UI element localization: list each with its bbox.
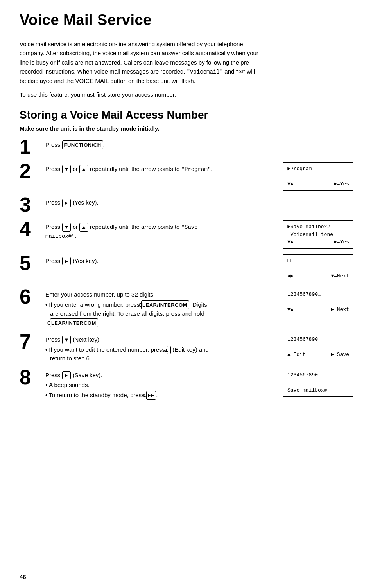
step-8-display: 1234567890 Save mailbox# bbox=[283, 369, 353, 397]
up-key-7: ▲ bbox=[167, 346, 171, 354]
step-4-left: 4 Press ▼ or ▲ repeatedly until the arro… bbox=[20, 220, 279, 241]
display-4-yes: ►=Yes bbox=[334, 238, 349, 246]
step-4: 4 Press ▼ or ▲ repeatedly until the arro… bbox=[20, 220, 353, 249]
right-key-3: ► bbox=[62, 199, 71, 207]
envelope-icon: ✉ bbox=[238, 68, 243, 75]
display-8-line2 bbox=[287, 379, 349, 387]
step-4-content: Press ▼ or ▲ repeatedly until the arrow … bbox=[45, 220, 213, 241]
display-2-line1: ►Program bbox=[287, 165, 349, 173]
step-8-bullet-2: To return to the standby mode, press OFF… bbox=[45, 391, 213, 400]
step-8: 8 Press ► (Save key). A beep sounds. To … bbox=[20, 369, 353, 400]
display-6-line1: 1234567890□ bbox=[287, 291, 349, 298]
standby-note: Make sure the unit is in the standby mod… bbox=[20, 125, 353, 132]
display-6-line3: ▼▲ ►=Next bbox=[287, 306, 349, 314]
access-note: To use this feature, you must first stor… bbox=[20, 91, 353, 98]
step-2: 2 Press ▼ or ▲ repeatedly until the arro… bbox=[20, 162, 353, 191]
step-number-5: 5 bbox=[20, 253, 40, 273]
page-number: 46 bbox=[20, 574, 26, 580]
step-6: 6 Enter your access number, up to 32 dig… bbox=[20, 288, 353, 327]
up-key-2: ▲ bbox=[79, 165, 88, 174]
down-key-7: ▼ bbox=[62, 336, 71, 344]
right-key-8: ► bbox=[62, 371, 71, 380]
step-number-4: 4 bbox=[20, 219, 40, 239]
display-5-line2 bbox=[287, 264, 349, 272]
step-8-left: 8 Press ► (Save key). A beep sounds. To … bbox=[20, 369, 279, 400]
display-6-line2 bbox=[287, 298, 349, 306]
step-7-bullet-1: If you want to edit the entered number, … bbox=[45, 345, 213, 363]
display-8-line3: Save mailbox# bbox=[287, 387, 349, 394]
display-8: 1234567890 Save mailbox# bbox=[283, 369, 353, 397]
step-8-content: Press ► (Save key). A beep sounds. To re… bbox=[45, 369, 213, 400]
display-5: □ ◀▶ ▼=Next bbox=[283, 254, 353, 283]
display-4-arrows: ▼▲ bbox=[287, 238, 294, 246]
step-5-display: □ ◀▶ ▼=Next bbox=[283, 254, 353, 283]
step-6-left: 6 Enter your access number, up to 32 dig… bbox=[20, 288, 279, 327]
step-number-6: 6 bbox=[20, 286, 40, 307]
display-5-next: ▼=Next bbox=[331, 272, 349, 280]
display-7-edit: ▲=Edit bbox=[287, 351, 306, 359]
voicemail-text: "Voicemail" bbox=[187, 69, 223, 75]
intro-paragraph: Voice mail service is an electronic on-l… bbox=[20, 40, 262, 86]
step-5-left: 5 Press ► (Yes key). bbox=[20, 254, 279, 273]
step-6-content: Enter your access number, up to 32 digit… bbox=[45, 288, 213, 327]
display-2: ►Program ▼▲ ►=Yes bbox=[283, 162, 353, 191]
step-6-display: 1234567890□ ▼▲ ►=Next bbox=[283, 288, 353, 316]
display-7-line3: ▲=Edit ►=Save bbox=[287, 351, 349, 359]
display-5-line1: □ bbox=[287, 257, 349, 265]
right-key-5: ► bbox=[62, 257, 71, 266]
display-2-line2 bbox=[287, 173, 349, 180]
display-4-line1: ►Save mailbox# bbox=[287, 223, 349, 231]
step-4-display: ►Save mailbox# Voicemail tone ▼▲ ►=Yes bbox=[283, 220, 353, 249]
step-7: 7 Press ▼ (Next key). If you want to edi… bbox=[20, 333, 353, 363]
step-5: 5 Press ► (Yes key). □ ◀▶ ▼=Next bbox=[20, 254, 353, 283]
title-divider bbox=[20, 32, 353, 32]
step-number-3: 3 bbox=[20, 194, 40, 215]
display-5-line3: ◀▶ ▼=Next bbox=[287, 272, 349, 280]
down-key-2: ▼ bbox=[62, 165, 71, 174]
step-2-display: ►Program ▼▲ ►=Yes bbox=[283, 162, 353, 191]
display-7: 1234567890 ▲=Edit ►=Save bbox=[283, 333, 353, 361]
step-number-7: 7 bbox=[20, 331, 40, 352]
step-7-left: 7 Press ▼ (Next key). If you want to edi… bbox=[20, 333, 279, 363]
display-6: 1234567890□ ▼▲ ►=Next bbox=[283, 288, 353, 316]
step-7-content: Press ▼ (Next key). If you want to edit … bbox=[45, 333, 213, 363]
page-title: Voice Mail Service bbox=[20, 12, 353, 29]
step-2-left: 2 Press ▼ or ▲ repeatedly until the arro… bbox=[20, 162, 279, 181]
display-6-next: ►=Next bbox=[331, 306, 349, 314]
step-7-display: 1234567890 ▲=Edit ►=Save bbox=[283, 333, 353, 361]
clear-intercom-key-6b: CLEAR/INTERCOM bbox=[50, 318, 98, 328]
step-6-bullet-1: If you enter a wrong number, press CLEAR… bbox=[45, 300, 213, 328]
step-8-bullet-1: A beep sounds. bbox=[45, 381, 213, 390]
step-number-2: 2 bbox=[20, 161, 40, 181]
function-ch-key: FUNCTION/CH bbox=[62, 140, 103, 150]
display-6-arrows: ▼▲ bbox=[287, 306, 294, 314]
display-7-line2 bbox=[287, 343, 349, 351]
program-text: "Program" bbox=[181, 166, 211, 173]
display-2-line3: ▼▲ ►=Yes bbox=[287, 180, 349, 188]
step-number-8: 8 bbox=[20, 367, 40, 387]
display-4-line2: Voicemail tone bbox=[287, 231, 349, 239]
up-key-4: ▲ bbox=[79, 223, 88, 232]
off-key-8: OFF bbox=[146, 391, 156, 400]
down-key-4: ▼ bbox=[62, 223, 71, 232]
or-text-4: or bbox=[73, 223, 78, 230]
display-7-line1: 1234567890 bbox=[287, 336, 349, 343]
clear-intercom-key-6a: CLEAR/INTERCOM bbox=[141, 300, 189, 310]
step-3-content: Press ► (Yes key). bbox=[45, 196, 213, 207]
display-2-arrows: ▼▲ bbox=[287, 180, 294, 188]
display-2-yes: ►=Yes bbox=[334, 180, 349, 188]
steps-container: 1 Press FUNCTION/CH. 2 Press ▼ or ▲ repe… bbox=[20, 138, 353, 406]
step-3: 3 Press ► (Yes key). bbox=[20, 196, 353, 215]
step-2-content: Press ▼ or ▲ repeatedly until the arrow … bbox=[45, 162, 213, 174]
display-8-line1: 1234567890 bbox=[287, 371, 349, 379]
display-5-arrows: ◀▶ bbox=[287, 272, 294, 280]
display-4: ►Save mailbox# Voicemail tone ▼▲ ►=Yes bbox=[283, 220, 353, 249]
section-title: Storing a Voice Mail Access Number bbox=[20, 109, 353, 121]
or-text-2: or bbox=[73, 165, 78, 172]
step-number-1: 1 bbox=[20, 137, 40, 157]
step-1: 1 Press FUNCTION/CH. bbox=[20, 138, 353, 157]
step-1-content: Press FUNCTION/CH. bbox=[45, 138, 213, 150]
display-7-save: ►=Save bbox=[331, 351, 349, 359]
step-5-content: Press ► (Yes key). bbox=[45, 254, 213, 266]
display-4-line3: ▼▲ ►=Yes bbox=[287, 238, 349, 246]
